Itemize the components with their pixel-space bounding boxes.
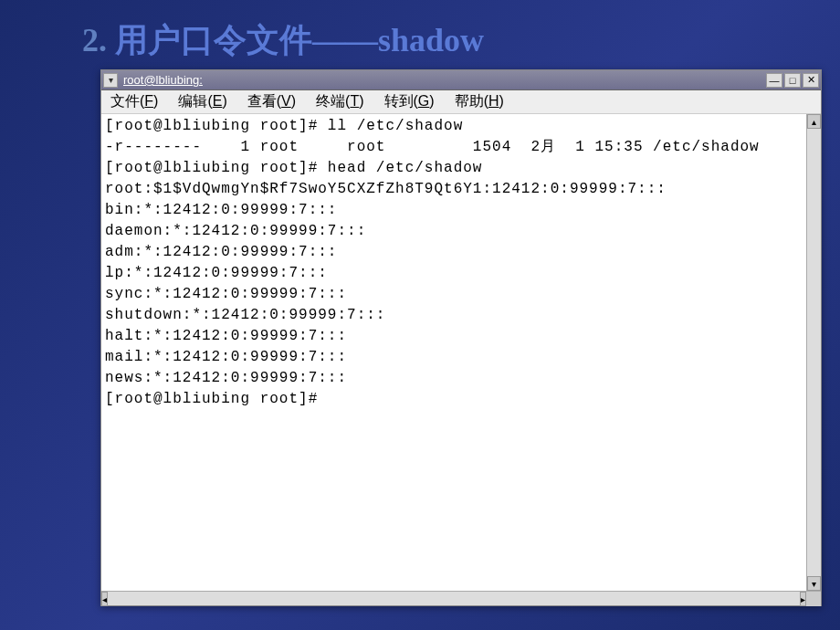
slide-number: 2. [82, 22, 107, 58]
terminal-content[interactable]: [root@lbliubing root]# ll /etc/shadow-r-… [101, 114, 806, 591]
scroll-up-icon[interactable]: ▴ [807, 114, 821, 129]
terminal-line: -r-------- 1 root root 1504 2月 1 15:35 /… [105, 137, 803, 158]
window-title: root@lbliubing: [121, 73, 766, 87]
terminal-line: adm:*:12412:0:99999:7::: [105, 242, 803, 263]
terminal-line: [root@lbliubing root]# [105, 389, 803, 410]
terminal-line: daemon:*:12412:0:99999:7::: [105, 221, 803, 242]
window-titlebar[interactable]: ▾ root@lbliubing: — □ ✕ [101, 70, 821, 90]
terminal-line: news:*:12412:0:99999:7::: [105, 368, 803, 389]
terminal-line: lp:*:12412:0:99999:7::: [105, 263, 803, 284]
scroll-track-h[interactable] [108, 592, 800, 605]
menubar: 文件(F) 编辑(E) 查看(V) 终端(T) 转到(G) 帮助(H) [101, 90, 821, 114]
slide-title-text: 用户口令文件——shadow [115, 22, 484, 58]
terminal-body: [root@lbliubing root]# ll /etc/shadow-r-… [101, 114, 821, 591]
terminal-line: halt:*:12412:0:99999:7::: [105, 326, 803, 347]
slide-title: 2. 用户口令文件——shadow [82, 18, 484, 63]
terminal-line: [root@lbliubing root]# head /etc/shadow [105, 158, 803, 179]
terminal-window: ▾ root@lbliubing: — □ ✕ 文件(F) 编辑(E) 查看(V… [100, 69, 822, 606]
menu-goto[interactable]: 转到(G) [384, 92, 435, 111]
terminal-line: shutdown:*:12412:0:99999:7::: [105, 305, 803, 326]
scroll-right-icon[interactable]: ▸ [800, 592, 806, 606]
terminal-line: sync:*:12412:0:99999:7::: [105, 284, 803, 305]
scrollbar-vertical[interactable]: ▴ ▾ [806, 114, 821, 591]
scroll-track-v[interactable] [807, 129, 821, 576]
scroll-down-icon[interactable]: ▾ [807, 576, 821, 591]
window-controls: — □ ✕ [766, 73, 819, 88]
menu-edit[interactable]: 编辑(E) [178, 92, 226, 111]
menu-help[interactable]: 帮助(H) [455, 92, 504, 111]
minimize-button[interactable]: — [766, 73, 782, 88]
terminal-line: bin:*:12412:0:99999:7::: [105, 200, 803, 221]
terminal-line: mail:*:12412:0:99999:7::: [105, 347, 803, 368]
menu-view[interactable]: 查看(V) [247, 92, 296, 111]
terminal-line: root:$1$VdQwmgYn$Rf7SwoY5CXZfZh8T9Qt6Y1:… [105, 179, 803, 200]
close-button[interactable]: ✕ [803, 73, 819, 88]
terminal-line: [root@lbliubing root]# ll /etc/shadow [105, 116, 803, 137]
window-menu-icon[interactable]: ▾ [103, 73, 118, 88]
scroll-corner [806, 592, 821, 606]
maximize-button[interactable]: □ [784, 73, 801, 88]
scrollbar-horizontal[interactable]: ◂ ▸ [101, 591, 821, 605]
menu-terminal[interactable]: 终端(T) [316, 92, 363, 111]
menu-file[interactable]: 文件(F) [110, 92, 158, 111]
scroll-left-icon[interactable]: ◂ [101, 592, 108, 606]
